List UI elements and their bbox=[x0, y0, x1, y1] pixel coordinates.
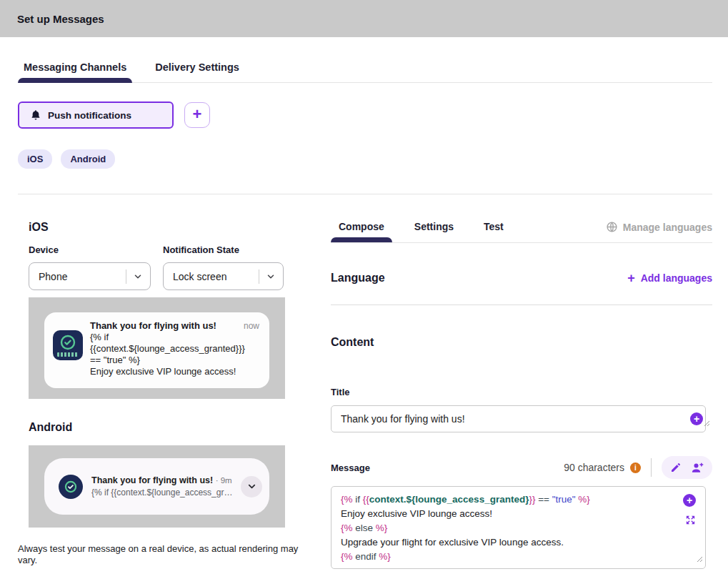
message-editor-content: {% if {{context.${lounge_access_granted}… bbox=[331, 487, 705, 570]
insert-personalization-button[interactable]: + bbox=[683, 494, 696, 507]
ios-device-preview: Thank you for flying with us! now {% if … bbox=[29, 297, 285, 399]
push-notifications-label: Push notifications bbox=[48, 110, 131, 121]
notification-state-label: Notification State bbox=[163, 244, 284, 255]
platform-pills: iOS Android bbox=[18, 149, 712, 169]
platform-pill-android[interactable]: Android bbox=[61, 149, 115, 169]
chevron-down-icon bbox=[266, 272, 276, 282]
channel-row: Push notifications + bbox=[18, 102, 712, 129]
tab-messaging-channels[interactable]: Messaging Channels bbox=[18, 61, 132, 82]
title-input[interactable] bbox=[331, 405, 706, 432]
tab-compose[interactable]: Compose bbox=[331, 221, 392, 242]
character-count: 90 characters bbox=[564, 462, 624, 473]
android-notification-title: Thank you for flying with us! bbox=[91, 475, 213, 485]
notification-state-value: Lock screen bbox=[173, 271, 259, 282]
section-divider bbox=[18, 194, 712, 194]
title-label: Title bbox=[331, 387, 712, 397]
device-label: Device bbox=[29, 244, 151, 255]
insert-personalization-button[interactable]: + bbox=[690, 412, 703, 425]
ios-notification-body: {% if {{context.${lounge_access_granted}… bbox=[90, 332, 250, 377]
info-icon[interactable]: i bbox=[630, 462, 641, 473]
edit-pencil-button[interactable] bbox=[670, 462, 682, 473]
ios-notification-title: Thank you for flying with us! bbox=[90, 320, 244, 331]
ios-notification-time: now bbox=[244, 321, 259, 331]
add-person-button[interactable] bbox=[691, 461, 704, 474]
android-device-preview: Thank you for flying with us! · 9m {% if… bbox=[29, 445, 285, 528]
android-notification-card: Thank you for flying with us! · 9m {% if… bbox=[44, 458, 269, 515]
notification-state-field: Notification State Lock screen bbox=[163, 244, 284, 290]
platform-pill-ios[interactable]: iOS bbox=[18, 149, 52, 169]
manage-languages-label: Manage languages bbox=[623, 222, 712, 233]
tab-test[interactable]: Test bbox=[476, 221, 512, 242]
push-notifications-button[interactable]: Push notifications bbox=[18, 102, 174, 129]
message-label: Message bbox=[331, 462, 370, 473]
message-editor[interactable]: {% if {{context.${lounge_access_granted}… bbox=[331, 486, 706, 569]
globe-icon bbox=[606, 221, 618, 233]
add-languages-button[interactable]: + Add languages bbox=[627, 272, 712, 284]
bell-icon bbox=[30, 109, 41, 121]
expand-editor-button[interactable] bbox=[684, 514, 697, 526]
language-heading: Language bbox=[331, 272, 385, 284]
main-tabbar: Messaging Channels Delivery Settings bbox=[18, 61, 712, 83]
add-languages-label: Add languages bbox=[641, 272, 712, 284]
app-header: Set up Messages bbox=[0, 0, 728, 37]
add-channel-button[interactable]: + bbox=[184, 102, 210, 128]
plus-icon: + bbox=[627, 272, 635, 284]
page-title: Set up Messages bbox=[17, 13, 104, 25]
android-heading: Android bbox=[29, 421, 312, 434]
editor-mode-toggle bbox=[662, 456, 712, 479]
app-icon bbox=[53, 330, 83, 360]
disclaimer-text: Always test your message on a real devic… bbox=[18, 543, 301, 566]
device-select-value: Phone bbox=[39, 271, 126, 282]
android-notification-body: {% if {{context.${lounge_access_granted}… bbox=[91, 488, 236, 498]
preview-column: iOS Device Phone bbox=[18, 221, 312, 566]
notification-state-select[interactable]: Lock screen bbox=[163, 262, 284, 290]
android-notification-time: · 9m bbox=[216, 476, 232, 485]
compose-tabbar: Compose Settings Test Manage languages bbox=[331, 221, 712, 243]
resize-handle[interactable] bbox=[704, 417, 710, 430]
android-expand-chevron-button[interactable] bbox=[241, 476, 262, 498]
tab-delivery-settings[interactable]: Delivery Settings bbox=[149, 61, 245, 82]
check-badge-icon bbox=[59, 334, 76, 351]
resize-handle[interactable] bbox=[697, 553, 703, 565]
device-field: Device Phone bbox=[29, 244, 151, 290]
device-select[interactable]: Phone bbox=[29, 262, 151, 290]
content-heading: Content bbox=[331, 336, 712, 349]
ios-notification-card: Thank you for flying with us! now {% if … bbox=[44, 312, 269, 388]
android-app-icon bbox=[59, 475, 83, 499]
chevron-down-icon bbox=[133, 272, 143, 282]
ios-heading: iOS bbox=[29, 221, 312, 234]
page: Set up Messages Messaging Channels Deliv… bbox=[0, 0, 728, 584]
manage-languages-button[interactable]: Manage languages bbox=[606, 221, 712, 242]
app-icon-caption bbox=[57, 352, 79, 357]
compose-panel: Compose Settings Test Manage languages bbox=[331, 221, 712, 569]
tab-settings[interactable]: Settings bbox=[407, 221, 462, 242]
meta-divider bbox=[651, 458, 652, 477]
language-divider bbox=[331, 305, 712, 305]
